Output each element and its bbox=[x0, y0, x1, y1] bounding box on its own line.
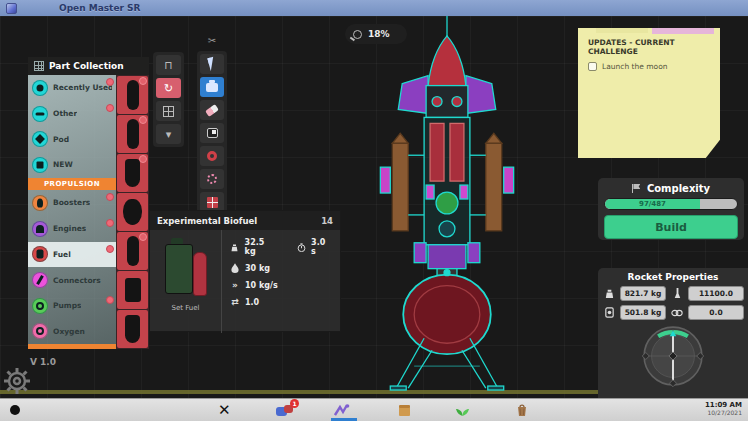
stat-mass: 32.5 kg bbox=[245, 238, 277, 256]
droplet-icon bbox=[230, 263, 240, 273]
rotate-tool-button[interactable]: ↻ bbox=[156, 78, 181, 98]
challenge-checkbox[interactable] bbox=[588, 62, 597, 71]
twr-icon bbox=[670, 308, 684, 318]
category-badge bbox=[106, 78, 114, 86]
ratio-icon: ⇄ bbox=[230, 297, 240, 307]
controller-app-icon[interactable]: 1 bbox=[272, 402, 296, 419]
mass-icon bbox=[602, 288, 616, 299]
rocket-blueprint[interactable] bbox=[362, 16, 532, 394]
part-tile[interactable] bbox=[117, 310, 148, 348]
part-collection-header: Part Collection bbox=[28, 57, 149, 75]
category-new[interactable]: NEW bbox=[28, 152, 116, 178]
grid-tool-button[interactable] bbox=[156, 101, 181, 121]
tooltip-count: 14 bbox=[321, 216, 333, 226]
part-tile[interactable] bbox=[117, 154, 148, 192]
start-button[interactable] bbox=[10, 405, 20, 415]
part-tooltip: Experimental Biofuel 14 Set Fuel 32.5 kg bbox=[149, 210, 341, 332]
ring-icon bbox=[207, 151, 217, 161]
panel-footer-strip bbox=[28, 344, 116, 349]
part-collection-panel: Part Collection Recently Used Other bbox=[28, 57, 149, 349]
pumps-icon bbox=[32, 298, 48, 314]
part-tile[interactable] bbox=[117, 76, 148, 114]
collapse-button[interactable]: ▾ bbox=[156, 124, 181, 144]
engines-icon bbox=[32, 221, 48, 237]
category-pod[interactable]: Pod bbox=[28, 126, 116, 152]
category-boosters[interactable]: Boosters bbox=[28, 190, 116, 216]
category-list: Recently Used Other Pod NEW bbox=[28, 75, 116, 349]
part-badge bbox=[139, 116, 147, 124]
flag-icon bbox=[632, 184, 642, 193]
cut-tool-button[interactable]: ✂ bbox=[202, 34, 222, 48]
thrust-value: 11100.0 bbox=[688, 286, 744, 301]
eraser-tool-button[interactable] bbox=[200, 100, 224, 120]
paint-roller-icon bbox=[207, 128, 218, 138]
boosters-icon bbox=[32, 195, 48, 211]
app-icon bbox=[6, 3, 17, 14]
complexity-title: Complexity bbox=[647, 183, 710, 194]
edit-mini-toolbar: ⊓ ↻ ▾ bbox=[153, 52, 184, 147]
build-button[interactable]: Build bbox=[604, 215, 738, 239]
category-recently-used[interactable]: Recently Used bbox=[28, 75, 116, 101]
clamp-tool-button[interactable]: ⊓ bbox=[156, 55, 181, 75]
part-tile[interactable] bbox=[117, 193, 148, 231]
part-badge bbox=[139, 155, 147, 163]
basket-app-icon[interactable] bbox=[510, 402, 534, 419]
ring-tool-button[interactable] bbox=[200, 146, 224, 166]
build-area[interactable]: Part Collection Recently Used Other bbox=[0, 16, 748, 398]
taskbar: ✕ 1 11:09 AM 10/27/2021 bbox=[0, 398, 748, 421]
time-label: 11:09 AM bbox=[705, 401, 742, 409]
window-title: Open Master SR bbox=[59, 3, 141, 13]
category-badge bbox=[106, 245, 114, 253]
mass-value: 821.7 kg bbox=[620, 286, 666, 301]
symmetry-grid-icon bbox=[207, 197, 218, 208]
timer-icon bbox=[297, 243, 307, 252]
clock[interactable]: 11:09 AM 10/27/2021 bbox=[705, 401, 742, 417]
category-other[interactable]: Other bbox=[28, 101, 116, 127]
fuel-gauge-icon bbox=[602, 307, 616, 318]
parts-list bbox=[116, 75, 149, 349]
stat-flow-rate: 10 kg/s bbox=[245, 281, 278, 290]
active-builder-app-icon[interactable] bbox=[330, 402, 354, 419]
zoom-indicator[interactable]: 18% bbox=[345, 24, 407, 44]
camera-icon bbox=[206, 83, 218, 92]
category-fuel[interactable]: Fuel bbox=[28, 242, 116, 268]
window-titlebar: Open Master SR bbox=[0, 0, 748, 16]
rocket-properties-title: Rocket Properties bbox=[603, 272, 743, 282]
category-connectors[interactable]: Connectors bbox=[28, 267, 116, 293]
paint-tool-button[interactable] bbox=[200, 123, 224, 143]
zoom-value: 18% bbox=[368, 29, 390, 39]
grid-icon bbox=[163, 106, 174, 117]
fuel-canister-image bbox=[165, 238, 207, 298]
category-badge bbox=[106, 193, 114, 201]
part-collection-title: Part Collection bbox=[49, 61, 124, 71]
tool-column: ✂ bbox=[196, 34, 228, 215]
challenge-note[interactable]: UPDATES - CURRENT CHALLENGE Launch the m… bbox=[578, 28, 720, 158]
part-tile[interactable] bbox=[117, 115, 148, 153]
fuel-value: 501.8 kg bbox=[620, 305, 666, 320]
part-tile[interactable] bbox=[117, 232, 148, 270]
category-pumps[interactable]: Pumps bbox=[28, 293, 116, 319]
date-label: 10/27/2021 bbox=[705, 409, 742, 416]
select-tool-button[interactable] bbox=[200, 54, 224, 74]
part-badge bbox=[139, 233, 147, 241]
box-app-icon[interactable] bbox=[392, 402, 416, 419]
part-tile[interactable] bbox=[117, 271, 148, 309]
challenge-item[interactable]: Launch the moon bbox=[578, 59, 720, 74]
category-badge bbox=[106, 219, 114, 227]
challenge-label: Launch the moon bbox=[602, 62, 667, 71]
part-badge bbox=[139, 77, 147, 85]
propulsion-section-header: PROPULSION bbox=[28, 178, 116, 190]
category-engines[interactable]: Engines bbox=[28, 216, 116, 242]
camera-tool-button[interactable] bbox=[200, 77, 224, 97]
settings-gear-icon[interactable] bbox=[2, 366, 32, 398]
plant-app-icon[interactable] bbox=[450, 402, 474, 419]
screen: Open Master SR bbox=[0, 0, 748, 421]
stat-fuel: 30 kg bbox=[245, 264, 270, 273]
symmetry-tool-button[interactable] bbox=[200, 192, 224, 212]
tooltip-action-label: Set Fuel bbox=[171, 304, 199, 312]
new-icon bbox=[32, 157, 48, 173]
dotted-ring-tool-button[interactable] bbox=[200, 169, 224, 189]
category-oxygen[interactable]: Oxygen bbox=[28, 319, 116, 345]
tools-app-icon[interactable]: ✕ bbox=[218, 401, 231, 419]
note-title: UPDATES - CURRENT CHALLENGE bbox=[578, 28, 720, 59]
